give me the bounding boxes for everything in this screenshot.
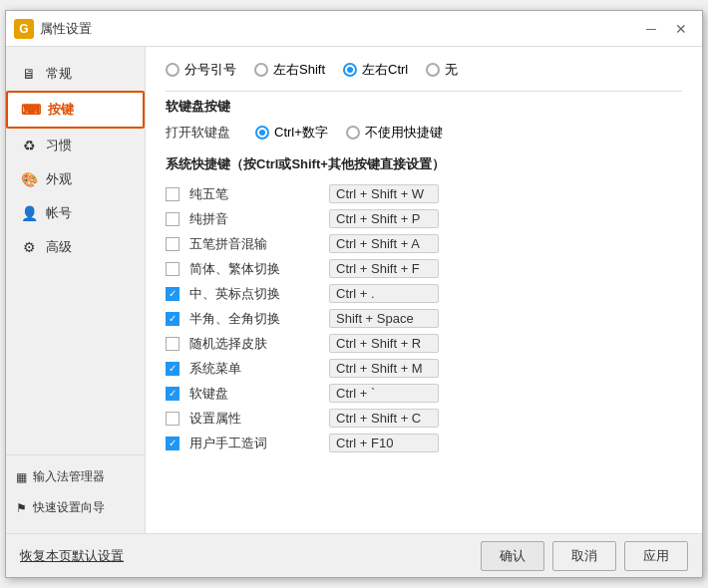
sidebar-item-appearance[interactable]: 🎨 外观: [6, 162, 145, 196]
checkbox-simplified[interactable]: [166, 262, 179, 276]
checkbox-wubi[interactable]: [166, 187, 179, 201]
habits-icon: ♻: [20, 137, 38, 154]
radio-circle-no-shortcut: [346, 126, 360, 140]
shortcut-key-wubi[interactable]: Ctrl + Shift + W: [329, 184, 439, 203]
radio-label-semicolon: 分号引号: [184, 61, 236, 79]
sidebar-label-appearance: 外观: [46, 170, 72, 188]
footer: 恢复本页默认设置 确认 取消 应用: [6, 533, 702, 577]
shortcut-name-sys-menu: 系统菜单: [189, 360, 319, 378]
shortcut-item-user-words: 用户手工造词 Ctrl + F10: [166, 431, 682, 455]
shortcut-item-halfwidth: 半角、全角切换 Shift + Space: [166, 306, 682, 331]
radio-none[interactable]: 无: [426, 61, 458, 79]
close-button[interactable]: ✕: [668, 18, 694, 40]
window-title: 属性设置: [40, 20, 92, 38]
main-window: G 属性设置 ─ ✕ 🖥 常规 ⌨ 按键 ♻ 习惯 🎨 外观: [5, 10, 703, 578]
shortcut-item-random-skin: 随机选择皮肤 Ctrl + Shift + R: [166, 331, 682, 356]
sidebar-item-habits[interactable]: ♻ 习惯: [6, 129, 145, 162]
sidebar-item-quick-setup[interactable]: ⚑ 快速设置向导: [6, 492, 145, 523]
shortcut-name-mixed: 五笔拼音混输: [189, 235, 319, 253]
shortcut-key-user-words[interactable]: Ctrl + F10: [329, 434, 439, 452]
sidebar-item-account[interactable]: 👤 帐号: [6, 196, 145, 230]
sidebar-label-quick-setup: 快速设置向导: [33, 499, 105, 516]
footer-right: 确认 取消 应用: [481, 541, 688, 571]
checkbox-random-skin[interactable]: [166, 337, 179, 351]
apply-button[interactable]: 应用: [624, 541, 688, 571]
content-area: 🖥 常规 ⌨ 按键 ♻ 习惯 🎨 外观 👤 帐号 ⚙ 高级: [6, 47, 702, 533]
top-radio-section: 分号引号 左右Shift 左右Ctrl 无: [166, 61, 682, 79]
shortcut-key-properties[interactable]: Ctrl + Shift + C: [329, 409, 439, 428]
shortcut-name-pinyin: 纯拼音: [189, 210, 319, 228]
sidebar-label-general: 常规: [46, 65, 72, 83]
checkbox-sys-menu[interactable]: [166, 362, 179, 376]
radio-label-ctrl-num: Ctrl+数字: [274, 124, 328, 142]
keyboard-icon: ⌨: [22, 101, 40, 119]
radio-no-shortcut[interactable]: 不使用快捷键: [346, 124, 443, 142]
checkbox-cn-en[interactable]: [166, 287, 179, 301]
radio-ctrl-num[interactable]: Ctrl+数字: [255, 124, 328, 142]
soft-keyboard-row: 打开软键盘 Ctrl+数字 不使用快捷键: [166, 124, 682, 142]
shortcuts-header: 系统快捷键（按Ctrl或Shift+其他按键直接设置）: [166, 155, 682, 173]
checkbox-halfwidth[interactable]: [166, 312, 179, 326]
sidebar-item-general[interactable]: 🖥 常规: [6, 57, 145, 91]
shortcut-name-cn-en: 中、英标点切换: [189, 285, 319, 303]
shortcut-key-cn-en[interactable]: Ctrl + .: [329, 284, 439, 303]
shortcut-key-halfwidth[interactable]: Shift + Space: [329, 309, 439, 328]
appearance-icon: 🎨: [20, 170, 38, 188]
soft-keyboard-title: 软键盘按键: [166, 98, 682, 116]
titlebar-left: G 属性设置: [14, 19, 92, 39]
divider-1: [166, 91, 682, 92]
radio-circle-semicolon: [166, 63, 179, 77]
radio-lr-shift[interactable]: 左右Shift: [254, 61, 325, 79]
shortcut-key-sys-menu[interactable]: Ctrl + Shift + M: [329, 359, 439, 378]
shortcut-key-pinyin[interactable]: Ctrl + Shift + P: [329, 209, 439, 228]
soft-keyboard-radio-group: Ctrl+数字 不使用快捷键: [255, 124, 443, 142]
top-radio-group: 分号引号 左右Shift 左右Ctrl 无: [166, 61, 458, 79]
minimize-button[interactable]: ─: [638, 18, 664, 40]
radio-label-lr-ctrl: 左右Ctrl: [362, 61, 408, 79]
checkbox-pinyin[interactable]: [166, 212, 179, 226]
sidebar-label-keys: 按键: [48, 101, 74, 119]
shortcut-name-random-skin: 随机选择皮肤: [189, 335, 319, 353]
shortcut-item-properties: 设置属性 Ctrl + Shift + C: [166, 406, 682, 431]
radio-label-none: 无: [445, 61, 458, 79]
shortcut-key-simplified[interactable]: Ctrl + Shift + F: [329, 259, 439, 278]
checkbox-user-words[interactable]: [166, 437, 179, 450]
main-panel: 分号引号 左右Shift 左右Ctrl 无: [146, 47, 702, 533]
radio-semicolon[interactable]: 分号引号: [166, 61, 236, 79]
shortcut-item-mixed: 五笔拼音混输 Ctrl + Shift + A: [166, 231, 682, 256]
account-icon: 👤: [20, 204, 38, 222]
checkbox-mixed[interactable]: [166, 237, 179, 251]
shortcut-key-keyboard[interactable]: Ctrl + `: [329, 384, 439, 403]
soft-keyboard-section: 软键盘按键 打开软键盘 Ctrl+数字 不使用快捷键: [166, 98, 682, 142]
sidebar-label-advanced: 高级: [46, 238, 72, 256]
checkbox-keyboard[interactable]: [166, 387, 179, 401]
radio-circle-lr-ctrl: [343, 63, 357, 77]
checkbox-properties[interactable]: [166, 412, 179, 426]
radio-circle-lr-shift: [254, 63, 268, 77]
quick-setup-icon: ⚑: [16, 501, 27, 515]
advanced-icon: ⚙: [20, 238, 38, 256]
shortcut-name-simplified: 简体、繁体切换: [189, 260, 319, 278]
radio-circle-none: [426, 63, 440, 77]
soft-keyboard-label: 打开软键盘: [166, 124, 235, 142]
sidebar-item-keys[interactable]: ⌨ 按键: [6, 91, 145, 129]
sidebar-item-advanced[interactable]: ⚙ 高级: [6, 230, 145, 264]
sidebar-label-ime-manager: 输入法管理器: [33, 468, 105, 485]
shortcut-key-random-skin[interactable]: Ctrl + Shift + R: [329, 334, 439, 353]
titlebar: G 属性设置 ─ ✕: [6, 11, 702, 47]
shortcut-item-sys-menu: 系统菜单 Ctrl + Shift + M: [166, 356, 682, 381]
confirm-button[interactable]: 确认: [481, 541, 544, 571]
radio-label-lr-shift: 左右Shift: [273, 61, 325, 79]
ime-manager-icon: ▦: [16, 470, 27, 484]
radio-lr-ctrl[interactable]: 左右Ctrl: [343, 61, 408, 79]
shortcut-item-pinyin: 纯拼音 Ctrl + Shift + P: [166, 206, 682, 231]
radio-circle-ctrl-num: [255, 126, 269, 140]
reset-button[interactable]: 恢复本页默认设置: [20, 547, 124, 565]
shortcut-item-keyboard: 软键盘 Ctrl + `: [166, 381, 682, 406]
shortcut-item-wubi: 纯五笔 Ctrl + Shift + W: [166, 181, 682, 206]
shortcut-name-halfwidth: 半角、全角切换: [189, 310, 319, 328]
cancel-button[interactable]: 取消: [552, 541, 616, 571]
shortcut-key-mixed[interactable]: Ctrl + Shift + A: [329, 234, 439, 253]
titlebar-controls: ─ ✕: [638, 18, 694, 40]
sidebar-item-ime-manager[interactable]: ▦ 输入法管理器: [6, 461, 145, 492]
